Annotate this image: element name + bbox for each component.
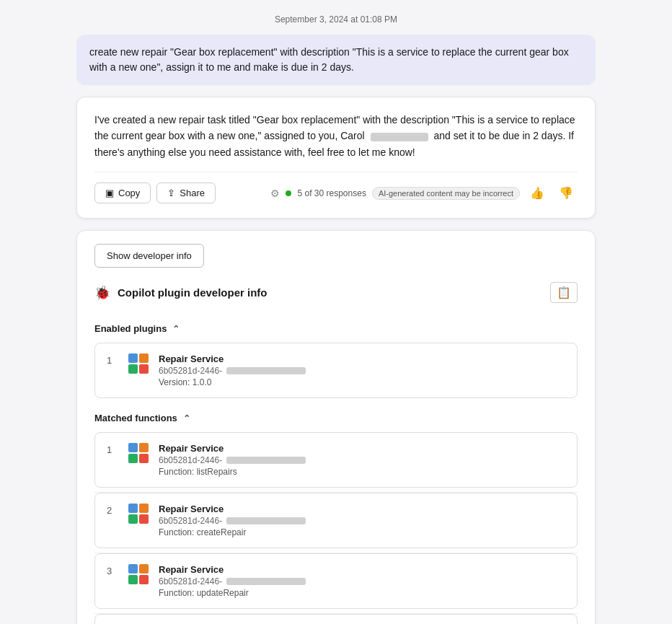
matched-functions-chevron: ⌃ (183, 413, 190, 423)
copy-label: Copy (118, 188, 140, 198)
plugin-info: Repair Service 6b05281d-2446- Version: 1… (159, 353, 565, 387)
dev-header: 🐞 Copilot plugin developer info 📋 (94, 282, 578, 310)
dev-title-row: 🐞 Copilot plugin developer info (94, 285, 268, 301)
function-number-3: 3 (107, 564, 118, 576)
function-id-3: 6b05281d-2446- (159, 576, 565, 586)
function-info-2: Repair Service 6b05281d-2446- Function: … (159, 504, 565, 537)
ai-response-text: I've created a new repair task titled "G… (94, 112, 578, 160)
share-icon: ⇪ (167, 188, 175, 198)
user-message: create new repair "Gear box replacement"… (76, 35, 596, 85)
function-name-3: Repair Service (159, 564, 565, 575)
plugin-id-redacted (226, 367, 306, 374)
function-name-1: Repair Service (159, 443, 565, 454)
plugin-app-icon (128, 353, 149, 374)
matched-function-item-1: 1 Repair Service 6b05281d-2446- Function… (94, 432, 578, 488)
enabled-plugins-chevron: ⌃ (172, 324, 180, 334)
function-id-2: 6b05281d-2446- (159, 516, 565, 526)
plugin-name: Repair Service (159, 353, 565, 364)
function-app-icon-1 (128, 443, 149, 463)
matched-functions-heading: Matched functions ⌃ (94, 413, 578, 423)
function-id-1: 6b05281d-2446- (159, 455, 565, 465)
function-number-1: 1 (107, 443, 118, 455)
copy-json-icon: 📋 (557, 286, 571, 299)
function-id-redacted-1 (226, 457, 306, 464)
thumbs-down-button[interactable]: 👎 (554, 183, 578, 203)
thumbs-up-button[interactable]: 👍 (526, 183, 549, 203)
function-app-icon-3 (128, 564, 149, 584)
enabled-plugins-label: Enabled plugins (94, 323, 167, 334)
ai-response-card: I've created a new repair task titled "G… (76, 97, 596, 219)
matched-function-item-3: 3 Repair Service 6b05281d-2446- Function… (94, 553, 578, 609)
redacted-name (371, 133, 428, 141)
function-label-1: Function: listRepairs (159, 467, 565, 477)
matched-function-item-4: 4 Repair Service 6b05281d-2446- Function… (94, 614, 578, 624)
share-label: Share (180, 188, 205, 198)
show-developer-info-button[interactable]: Show developer info (94, 244, 204, 268)
function-name-2: Repair Service (159, 504, 565, 514)
timestamp: September 3, 2024 at 01:08 PM (0, 14, 672, 25)
matched-functions-list: 1 Repair Service 6b05281d-2446- Function… (94, 432, 578, 624)
responses-count: 5 of 30 responses (297, 188, 366, 198)
status-dot (286, 190, 291, 196)
matched-functions-label: Matched functions (94, 413, 177, 423)
enabled-plugins-heading: Enabled plugins ⌃ (94, 323, 578, 334)
plugin-number: 1 (107, 353, 118, 366)
plugin-version: Version: 1.0.0 (159, 377, 565, 387)
copy-icon: ▣ (105, 188, 114, 198)
response-meta: ⚙ 5 of 30 responses AI-generated content… (270, 183, 578, 203)
action-bar: ▣ Copy ⇪ Share ⚙ 5 of 30 responses AI-ge… (94, 172, 578, 203)
plugin-id: 6b05281d-2446- (159, 366, 565, 376)
function-id-redacted-3 (226, 578, 306, 585)
plugin-id-text: 6b05281d-2446- (159, 366, 222, 376)
enabled-plugin-item-1: 1 Repair Service 6b05281d-2446- Version:… (94, 343, 578, 398)
enabled-plugins-list: 1 Repair Service 6b05281d-2446- Version:… (94, 343, 578, 398)
function-number-2: 2 (107, 504, 118, 516)
function-id-redacted-2 (226, 517, 306, 524)
function-info-3: Repair Service 6b05281d-2446- Function: … (159, 564, 565, 598)
developer-section: Show developer info 🐞 Copilot plugin dev… (76, 230, 596, 624)
function-app-icon-2 (128, 504, 149, 524)
dev-title: Copilot plugin developer info (118, 286, 268, 299)
copilot-icon: 🐞 (94, 285, 110, 301)
function-label-2: Function: createRepair (159, 527, 565, 537)
copy-json-button[interactable]: 📋 (550, 282, 578, 303)
matched-function-item-2: 2 Repair Service 6b05281d-2446- Function… (94, 493, 578, 548)
ai-badge: AI-generated content may be incorrect (372, 187, 520, 200)
function-label-3: Function: updateRepair (159, 588, 565, 598)
function-info-1: Repair Service 6b05281d-2446- Function: … (159, 443, 565, 477)
refresh-icon: ⚙ (270, 188, 280, 199)
copy-button[interactable]: ▣ Copy (94, 183, 151, 203)
share-button[interactable]: ⇪ Share (156, 183, 216, 203)
